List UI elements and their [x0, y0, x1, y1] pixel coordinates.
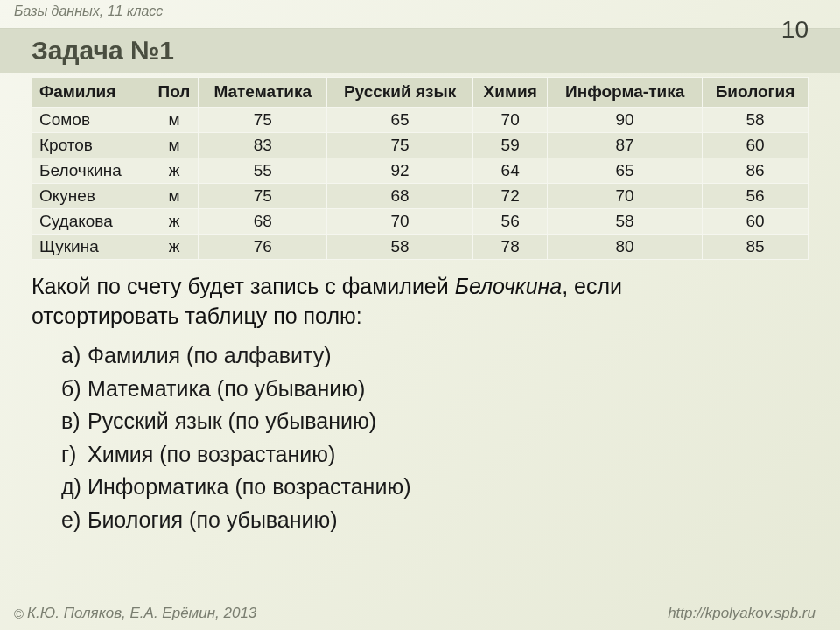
option-item: в)Русский язык (по убыванию) — [61, 405, 808, 438]
options-list: а)Фамилия (по алфавиту)б)Математика (по … — [32, 340, 808, 536]
q-emph: Белочкина — [455, 274, 563, 298]
table-cell: ж — [150, 158, 199, 183]
table-cell: 90 — [548, 107, 703, 132]
option-item: а)Фамилия (по алфавиту) — [61, 340, 808, 373]
table-cell: м — [150, 183, 199, 208]
header-band: Базы данных, 11 класс — [0, 0, 840, 23]
th-surname: Фамилия — [32, 78, 150, 108]
table-cell: 78 — [473, 234, 548, 259]
table-cell: 86 — [702, 158, 808, 183]
table-cell: ж — [150, 234, 199, 259]
page-number: 10 — [781, 16, 808, 44]
table-cell: 60 — [702, 132, 808, 158]
table-cell: 60 — [702, 208, 808, 234]
option-text: Химия (по возрастанию) — [88, 438, 335, 472]
option-letter: б) — [61, 373, 88, 406]
footer: © К.Ю. Поляков, Е.А. Ерёмин, 2013 http:/… — [0, 602, 840, 630]
th-inform: Информа-тика — [548, 78, 703, 108]
table-row: Окуневм7568727056 — [32, 183, 808, 208]
table-cell: 80 — [548, 234, 703, 259]
table-cell: 75 — [199, 183, 327, 208]
table-cell: 92 — [327, 158, 473, 183]
table-cell: Сомов — [32, 107, 150, 132]
table-cell: 72 — [473, 183, 548, 208]
option-letter: в) — [61, 405, 88, 438]
page-title: Задача №1 — [32, 36, 174, 66]
table-cell: Судакова — [32, 208, 150, 234]
table-cell: 87 — [548, 132, 703, 158]
option-letter: г) — [61, 438, 88, 472]
option-text: Информатика (по возрастанию) — [88, 471, 410, 504]
content-area: Фамилия Пол Математика Русский язык Хими… — [0, 74, 840, 536]
table-cell: 70 — [327, 208, 473, 234]
option-letter: е) — [61, 504, 88, 537]
table-cell: Окунев — [32, 183, 150, 208]
th-bio: Биология — [702, 78, 808, 108]
table-body: Сомовм7565709058Кротовм8375598760Белочки… — [32, 107, 808, 259]
option-item: д)Информатика (по возрастанию) — [61, 471, 808, 504]
th-math: Математика — [199, 78, 327, 108]
q-part1b: , если — [562, 274, 622, 298]
th-gender: Пол — [150, 78, 199, 108]
option-text: Фамилия (по алфавиту) — [88, 340, 332, 373]
table-cell: 56 — [473, 208, 548, 234]
subject-label: Базы данных, 11 класс — [14, 4, 163, 19]
q-part1: Какой по счету будет запись с фамилией — [32, 274, 455, 298]
table-cell: 68 — [327, 183, 473, 208]
option-text: Математика (по убыванию) — [88, 373, 365, 406]
table-cell: 68 — [199, 208, 327, 234]
option-text: Биология (по убыванию) — [88, 504, 338, 537]
copyright: © К.Ю. Поляков, Е.А. Ерёмин, 2013 — [14, 605, 256, 622]
copyright-icon: © — [14, 606, 24, 621]
table-cell: 58 — [327, 234, 473, 259]
table-cell: 59 — [473, 132, 548, 158]
option-item: б)Математика (по убыванию) — [61, 373, 808, 406]
option-text: Русский язык (по убыванию) — [88, 405, 376, 438]
table-cell: 56 — [702, 183, 808, 208]
option-item: г)Химия (по возрастанию) — [61, 438, 808, 472]
table-cell: м — [150, 132, 199, 158]
table-cell: 75 — [199, 107, 327, 132]
q-part2: отсортировать таблицу по полю: — [32, 304, 362, 328]
table-cell: ж — [150, 208, 199, 234]
table-cell: 58 — [548, 208, 703, 234]
table-cell: м — [150, 107, 199, 132]
table-cell: Белочкина — [32, 158, 150, 183]
option-letter: а) — [61, 340, 88, 373]
table-cell: 58 — [702, 107, 808, 132]
table-cell: 83 — [199, 132, 327, 158]
option-letter: д) — [61, 471, 88, 504]
table-cell: Щукина — [32, 234, 150, 259]
table-row: Кротовм8375598760 — [32, 132, 808, 158]
table-header-row: Фамилия Пол Математика Русский язык Хими… — [32, 78, 808, 108]
table-row: Судаковаж6870565860 — [32, 208, 808, 234]
table-cell: 64 — [473, 158, 548, 183]
table-cell: 70 — [473, 107, 548, 132]
th-russian: Русский язык — [327, 78, 473, 108]
table-row: Щукинаж7658788085 — [32, 234, 808, 259]
question-text: Какой по счету будет запись с фамилией Б… — [32, 272, 808, 332]
table-cell: 65 — [548, 158, 703, 183]
table-cell: Кротов — [32, 132, 150, 158]
grades-table: Фамилия Пол Математика Русский язык Хими… — [32, 77, 808, 260]
table-cell: 70 — [548, 183, 703, 208]
footer-url: http://kpolyakov.spb.ru — [668, 605, 816, 622]
th-chem: Химия — [473, 78, 548, 108]
option-item: е)Биология (по убыванию) — [61, 504, 808, 537]
table-row: Сомовм7565709058 — [32, 107, 808, 132]
table-cell: 76 — [199, 234, 327, 259]
table-cell: 85 — [702, 234, 808, 259]
table-cell: 75 — [327, 132, 473, 158]
copyright-text: К.Ю. Поляков, Е.А. Ерёмин, 2013 — [27, 605, 256, 622]
title-bar: Задача №1 — [0, 28, 840, 74]
table-cell: 65 — [327, 107, 473, 132]
table-cell: 55 — [199, 158, 327, 183]
table-row: Белочкинаж5592646586 — [32, 158, 808, 183]
